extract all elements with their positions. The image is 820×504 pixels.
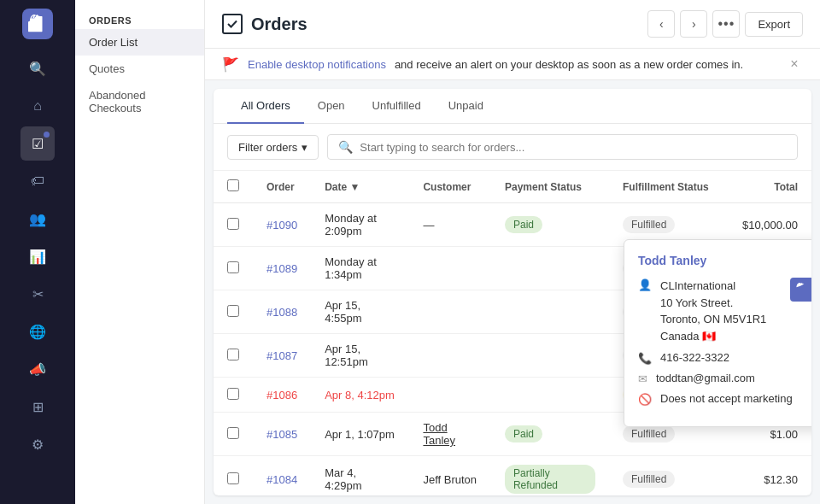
nav-item-order-list[interactable]: Order List: [75, 29, 204, 56]
search-input[interactable]: [360, 141, 787, 154]
order-date: Apr 8, 4:12pm: [311, 378, 409, 413]
popup-email: toddtan@gmail.com: [656, 372, 755, 384]
order-customer: —: [409, 203, 491, 247]
filter-chevron-icon: ▾: [302, 141, 308, 154]
col-customer: Customer: [409, 171, 491, 203]
globe-icon[interactable]: 🌐: [20, 314, 55, 349]
orders-check-icon: [222, 14, 243, 34]
marketing-icon: 🚫: [638, 393, 652, 406]
order-customer: Jeff Bruton: [409, 456, 491, 496]
fulfillment-badge: Fulfilled: [623, 216, 675, 233]
order-link[interactable]: #1090: [266, 219, 297, 231]
popup-address-line1: 10 York Street.: [660, 295, 766, 312]
orders-card: All Orders Open Unfulfilled Unpaid Filte…: [214, 89, 811, 495]
header-actions: ‹ › ••• Export: [647, 10, 803, 38]
nav-panel: ORDERS Order List Quotes Abandoned Check…: [75, 0, 205, 504]
back-button[interactable]: ‹: [647, 10, 675, 38]
tags-icon[interactable]: 🏷: [20, 164, 55, 198]
popup-marketing-row: 🚫 Does not accept marketing: [638, 392, 811, 406]
notification-close-button[interactable]: ×: [786, 56, 803, 73]
popup-address: CLInternational 10 York Street. Toronto,…: [660, 278, 766, 344]
tools-icon[interactable]: ✂: [20, 277, 55, 311]
payment-badge: Paid: [505, 216, 542, 233]
notification-message: and receive an alert on your desktop as …: [395, 58, 743, 71]
forward-button[interactable]: ›: [680, 10, 707, 38]
marketing-icon[interactable]: 📣: [20, 352, 55, 386]
popup-phone-row: 📞 416-322-3322: [638, 351, 811, 365]
select-all-header: [214, 171, 253, 203]
tab-all-orders[interactable]: All Orders: [227, 89, 304, 124]
search-icon[interactable]: 🔍: [20, 51, 55, 85]
select-all-checkbox[interactable]: [227, 179, 239, 191]
home-icon[interactable]: ⌂: [20, 89, 55, 123]
notification-link[interactable]: Enable desktop notifications: [248, 58, 386, 71]
order-date: Monday at 2:09pm: [311, 203, 409, 247]
order-link[interactable]: #1084: [266, 473, 297, 486]
nav-item-abandoned-checkouts[interactable]: Abandoned Checkouts: [75, 82, 204, 121]
popup-address-line2: Toronto, ON M5V1R1: [660, 311, 766, 328]
search-icon: 🔍: [338, 140, 353, 154]
popup-customer-name[interactable]: Todd Tanley: [638, 254, 811, 267]
fulfillment-badge: Fulfilled: [623, 471, 675, 488]
row-checkbox[interactable]: [227, 305, 239, 317]
customers-icon[interactable]: 👥: [20, 202, 55, 236]
phone-icon: 📞: [638, 352, 652, 365]
order-total: $12.30: [723, 456, 811, 496]
row-checkbox[interactable]: [227, 388, 239, 400]
fulfillment-badge: Fulfilled: [623, 425, 675, 442]
payment-status-cell: [491, 247, 609, 290]
filter-button[interactable]: Filter orders ▾: [227, 135, 319, 160]
page-header: Orders ‹ › ••• Export: [205, 0, 820, 49]
nav-section-title: ORDERS: [75, 9, 204, 29]
nav-item-quotes[interactable]: Quotes: [75, 56, 204, 82]
col-order: Order: [253, 171, 311, 203]
order-link[interactable]: #1087: [266, 349, 297, 362]
orders-table-container: Order Date ▼ Customer Payment Status Ful…: [214, 171, 811, 495]
order-link[interactable]: #1089: [266, 262, 297, 275]
row-checkbox[interactable]: [227, 427, 239, 439]
customer-popup: Todd Tanley 👤 CLInternational 10 York St…: [624, 239, 811, 427]
settings-icon[interactable]: ⚙: [20, 427, 55, 461]
shopify-logo[interactable]: [22, 9, 53, 39]
notification-flag-icon: 🚩: [222, 56, 239, 73]
email-icon: ✉: [638, 372, 647, 385]
apps-icon[interactable]: ⊞: [20, 390, 55, 424]
order-date: Apr 15, 4:55pm: [311, 290, 409, 334]
order-customer: [409, 334, 491, 378]
col-fulfillment-status: Fulfillment Status: [609, 171, 723, 203]
row-checkbox[interactable]: [227, 472, 239, 484]
address-icon: 👤: [638, 278, 652, 291]
payment-status-cell: [491, 290, 609, 334]
table-row[interactable]: #1084 Mar 4, 4:29pm Jeff Bruton Partiall…: [214, 456, 811, 496]
order-date: Apr 1, 1:07pm: [311, 413, 409, 456]
row-checkbox[interactable]: [227, 349, 239, 360]
more-button[interactable]: •••: [712, 10, 740, 38]
page-title-group: Orders: [222, 14, 308, 34]
order-customer: [409, 378, 491, 413]
tab-open[interactable]: Open: [304, 89, 359, 124]
col-total: Total: [723, 171, 811, 203]
popup-country-row: Canada 🇨🇦: [660, 328, 766, 345]
popup-email-row: ✉ toddtan@gmail.com: [638, 372, 811, 385]
order-link[interactable]: #1086: [266, 389, 297, 401]
orders-icon[interactable]: ☑: [20, 126, 55, 161]
analytics-icon[interactable]: 📊: [20, 239, 55, 273]
export-button[interactable]: Export: [745, 12, 803, 37]
page-title: Orders: [251, 15, 308, 34]
order-customer: [409, 290, 491, 334]
order-link[interactable]: #1085: [266, 428, 297, 441]
col-date: Date ▼: [311, 171, 409, 203]
order-customer[interactable]: Todd Tanley: [409, 413, 491, 456]
search-box: 🔍: [327, 134, 798, 160]
filter-label: Filter orders: [238, 141, 297, 154]
shopify-badge: [790, 278, 811, 302]
payment-status-cell: [491, 378, 609, 413]
notification-bar: 🚩 Enable desktop notifications and recei…: [205, 49, 820, 80]
row-checkbox[interactable]: [227, 261, 239, 273]
row-checkbox[interactable]: [227, 218, 239, 230]
orders-badge: [44, 132, 50, 138]
tab-unpaid[interactable]: Unpaid: [435, 89, 497, 124]
tab-unfulfilled[interactable]: Unfulfilled: [359, 89, 435, 124]
date-sort-icon: ▼: [350, 181, 360, 193]
order-link[interactable]: #1088: [266, 306, 297, 319]
